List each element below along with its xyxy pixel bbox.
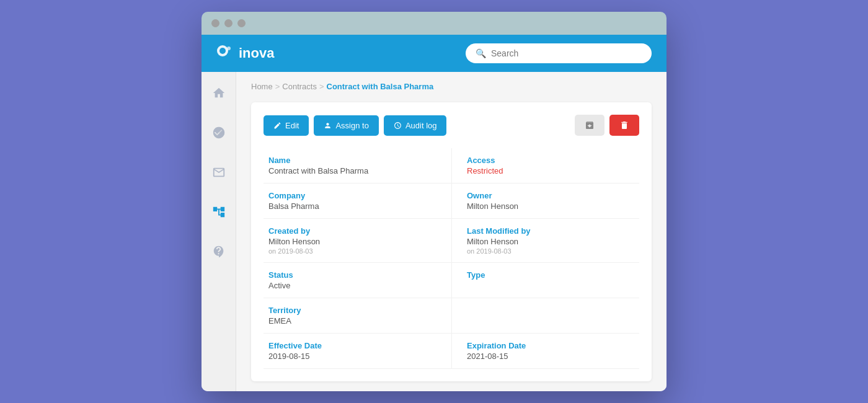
search-input[interactable] — [491, 48, 642, 58]
status-label: Status — [268, 270, 436, 280]
main-layout: Home > Contracts > Contract with Balsa P… — [202, 72, 666, 391]
edit-button[interactable]: Edit — [264, 115, 309, 136]
breadcrumb-contracts: Contracts — [282, 82, 317, 91]
traffic-light-close[interactable] — [211, 19, 219, 27]
breadcrumb-sep1: > — [275, 82, 280, 91]
sidebar-org-icon[interactable] — [208, 201, 230, 223]
last-modified-date: on 2019-08-03 — [467, 247, 634, 255]
assign-button[interactable]: Assign to — [314, 115, 378, 136]
type-label: Type — [467, 270, 634, 280]
pencil-icon — [273, 122, 281, 130]
status-cell: Status Active — [264, 263, 451, 298]
traffic-light-minimize[interactable] — [224, 19, 232, 27]
sidebar-deal-icon[interactable] — [208, 241, 230, 263]
trash-icon — [619, 120, 629, 130]
effective-date-label: Effective Date — [268, 341, 436, 350]
app-window: inova 🔍 — [202, 12, 666, 391]
search-bar[interactable]: 🔍 — [466, 43, 652, 63]
sidebar — [202, 72, 236, 391]
logo-icon — [216, 45, 234, 62]
breadcrumb-home: Home — [251, 82, 273, 91]
audit-button[interactable]: Audit log — [384, 115, 447, 136]
company-label: Company — [268, 191, 436, 200]
search-icon: 🔍 — [476, 48, 486, 58]
breadcrumb-sep2: > — [319, 82, 324, 91]
clock-icon — [394, 122, 402, 130]
access-cell: Access Restricted — [451, 148, 639, 184]
breadcrumb: Home > Contracts > Contract with Balsa P… — [251, 82, 652, 91]
territory-cell: Territory EMEA — [264, 298, 451, 334]
detail-grid: Name Contract with Balsa Pharma Access R… — [264, 148, 639, 369]
access-label: Access — [467, 156, 634, 165]
created-by-value: Milton Henson — [268, 237, 436, 246]
assign-icon — [324, 122, 332, 130]
owner-value: Milton Henson — [467, 202, 634, 211]
traffic-light-maximize[interactable] — [237, 19, 246, 27]
toolbar-right — [575, 115, 639, 136]
content-area: Home > Contracts > Contract with Balsa P… — [236, 72, 666, 391]
expiration-date-cell: Expiration Date 2021-08-15 — [451, 334, 639, 369]
title-bar — [202, 12, 666, 35]
name-label: Name — [268, 156, 436, 165]
toolbar: Edit Assign to Audit log — [264, 115, 639, 136]
territory-value: EMEA — [268, 316, 436, 326]
effective-date-value: 2019-08-15 — [268, 352, 436, 361]
sidebar-chart-icon[interactable] — [208, 122, 230, 144]
access-value: Restricted — [467, 166, 634, 175]
last-modified-value: Milton Henson — [467, 237, 634, 246]
sidebar-contacts-icon[interactable] — [208, 161, 230, 184]
created-by-label: Created by — [268, 226, 436, 236]
app-header: inova 🔍 — [202, 35, 666, 72]
owner-label: Owner — [467, 191, 634, 200]
name-cell: Name Contract with Balsa Pharma — [264, 148, 451, 184]
logo: inova — [216, 45, 274, 62]
expiration-date-label: Expiration Date — [467, 341, 634, 350]
delete-button[interactable] — [609, 115, 639, 136]
svg-point-1 — [219, 48, 226, 54]
type-cell: Type — [451, 263, 639, 298]
company-value: Balsa Pharma — [268, 202, 436, 211]
status-value: Active — [268, 281, 436, 290]
archive-icon — [585, 120, 595, 130]
company-cell: Company Balsa Pharma — [264, 184, 451, 219]
sidebar-home-icon[interactable] — [208, 82, 230, 104]
logo-text: inova — [239, 45, 274, 61]
last-modified-cell: Last Modified by Milton Henson on 2019-0… — [451, 219, 639, 263]
svg-point-2 — [227, 46, 231, 50]
toolbar-left: Edit Assign to Audit log — [264, 115, 446, 136]
breadcrumb-current: Contract with Balsa Pharma — [327, 82, 434, 91]
detail-card: Edit Assign to Audit log — [251, 102, 652, 381]
name-value: Contract with Balsa Pharma — [268, 166, 436, 175]
owner-cell: Owner Milton Henson — [451, 184, 639, 219]
expiration-date-value: 2021-08-15 — [467, 352, 634, 361]
last-modified-label: Last Modified by — [467, 226, 634, 236]
created-by-cell: Created by Milton Henson on 2019-08-03 — [264, 219, 451, 263]
archive-button[interactable] — [575, 115, 604, 136]
created-by-date: on 2019-08-03 — [268, 247, 436, 255]
effective-date-cell: Effective Date 2019-08-15 — [264, 334, 451, 369]
territory-label: Territory — [268, 306, 436, 315]
empty-cell — [451, 298, 639, 334]
